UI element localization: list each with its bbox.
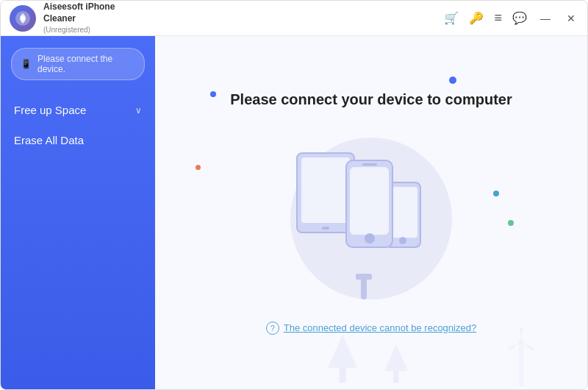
title-bar-right: 🛒 🔑 ≡ 💬 — ✕ [444, 10, 578, 26]
close-button[interactable]: ✕ [564, 11, 578, 26]
decorative-dot-1 [210, 91, 216, 97]
connect-btn-label: Please connect the device. [37, 54, 135, 74]
decorative-dot-3 [196, 165, 201, 170]
background-tree-left [324, 327, 361, 389]
svg-point-1 [21, 16, 25, 21]
phone-icon: 📱 [21, 59, 32, 69]
phone-small-home-btn [399, 237, 406, 244]
app-status: (Unregistered) [43, 25, 115, 35]
app-logo [10, 5, 36, 32]
key-icon[interactable]: 🔑 [469, 11, 484, 25]
help-icon: ? [266, 322, 279, 335]
content-area: Please connect your device to computer [155, 36, 587, 389]
sidebar-item-label-erase-all-data: Erase All Data [14, 134, 84, 146]
sidebar-item-label-free-up-space: Free up Space [14, 104, 86, 116]
phone-large-screen [350, 167, 389, 235]
phone-large-notch [362, 163, 377, 166]
cart-icon[interactable]: 🛒 [444, 11, 459, 25]
page-title: Please connect your device to computer [230, 91, 512, 108]
app-title-text: Aiseesoft iPhone Cleaner (Unregistered) [43, 1, 115, 34]
connect-device-button[interactable]: 📱 Please connect the device. [11, 48, 145, 80]
menu-icon[interactable]: ≡ [494, 10, 502, 26]
svg-point-5 [518, 339, 524, 345]
title-bar-left: Aiseesoft iPhone Cleaner (Unregistered) [10, 1, 115, 34]
background-tree-right [381, 338, 411, 389]
cable [361, 277, 367, 299]
main-layout: 📱 Please connect the device. Free up Spa… [1, 36, 587, 389]
background-windmill [499, 320, 543, 389]
phone-large-home-btn [365, 233, 375, 244]
help-link-text[interactable]: The connected device cannot be recognize… [284, 322, 476, 333]
title-bar: Aiseesoft iPhone Cleaner (Unregistered) … [1, 1, 587, 36]
app-name: Aiseesoft iPhone [43, 1, 115, 13]
sidebar-item-free-up-space[interactable]: Free up Space ∨ [1, 95, 155, 125]
svg-rect-4 [519, 342, 523, 386]
decorative-dot-2 [449, 77, 456, 84]
chat-icon[interactable]: 💬 [512, 11, 527, 25]
decorative-dot-5 [508, 220, 514, 226]
svg-rect-3 [394, 371, 398, 383]
sidebar-item-erase-all-data[interactable]: Erase All Data [1, 125, 155, 155]
tablet-screen [301, 157, 350, 223]
app-name2: Cleaner [43, 13, 115, 25]
device-illustration [268, 138, 474, 299]
decorative-dot-4 [493, 191, 499, 196]
phone-large-device [345, 160, 393, 248]
svg-rect-2 [340, 368, 345, 383]
sidebar: 📱 Please connect the device. Free up Spa… [1, 36, 155, 389]
chevron-down-icon: ∨ [135, 105, 142, 116]
help-link-container[interactable]: ? The connected device cannot be recogni… [266, 322, 476, 335]
minimize-button[interactable]: — [537, 11, 553, 26]
tablet-home-btn [322, 227, 329, 230]
